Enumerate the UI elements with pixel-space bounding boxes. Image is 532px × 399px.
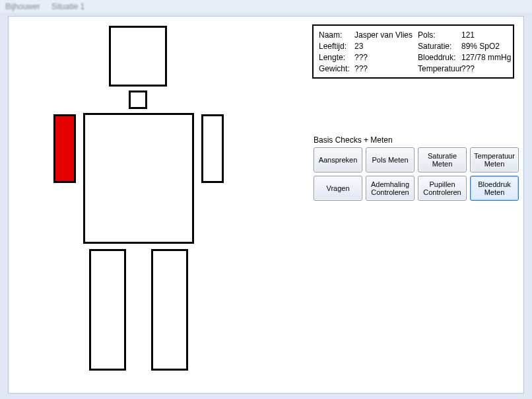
figure-left-leg[interactable] — [151, 249, 188, 371]
label-name: Naam: — [319, 30, 354, 40]
label-weight: Gewicht: — [319, 63, 354, 74]
btn-vragen[interactable]: Vragen — [314, 176, 362, 201]
btn-saturatie-meten[interactable]: Saturatie Meten — [418, 147, 467, 172]
btn-ademhaling-controleren[interactable]: Ademhaling Controleren — [366, 176, 415, 201]
figure-right-leg[interactable] — [89, 249, 126, 371]
value-temperature: ??? — [461, 63, 511, 74]
patient-info-panel: Naam: Jasper van Vlies Pols: 121 Leeftij… — [312, 24, 514, 79]
value-name: Jasper van Vlies — [354, 30, 418, 40]
btn-pols-meten[interactable]: Pols Meten — [366, 147, 415, 172]
action-button-grid: Aanspreken Pols Meten Saturatie Meten Te… — [314, 147, 519, 201]
value-saturation: 89% SpO2 — [461, 41, 511, 52]
value-bloodpressure: 127/78 mmHg — [461, 52, 511, 63]
figure-head[interactable] — [109, 26, 167, 87]
value-age: 23 — [354, 41, 418, 52]
btn-pupillen-controleren[interactable]: Pupillen Controleren — [418, 176, 467, 201]
btn-aanspreken[interactable]: Aanspreken — [314, 147, 362, 172]
figure-neck[interactable] — [129, 91, 147, 109]
label-pulse: Pols: — [418, 30, 461, 40]
menu-item-2[interactable]: Situatie 1 — [51, 2, 84, 11]
label-height: Lengte: — [319, 52, 354, 63]
value-pulse: 121 — [461, 30, 511, 40]
menubar: Bijhouwer Situatie 1 — [0, 0, 532, 14]
value-weight: ??? — [354, 63, 418, 74]
label-saturation: Saturatie: — [418, 41, 461, 52]
label-temperature: Temperatuur — [418, 63, 461, 74]
btn-bloeddruk-meten[interactable]: Bloeddruk Meten — [470, 176, 519, 201]
action-group-label: Basis Checks + Meten — [314, 135, 393, 145]
value-height: ??? — [354, 52, 418, 63]
menu-item-1[interactable]: Bijhouwer — [5, 2, 40, 11]
main-canvas: Naam: Jasper van Vlies Pols: 121 Leeftij… — [8, 16, 524, 394]
label-age: Leeftijd: — [319, 41, 354, 52]
btn-temperatuur-meten[interactable]: Temperatuur Meten — [470, 147, 519, 172]
figure-left-upper-arm[interactable] — [201, 114, 224, 183]
label-bloodpressure: Bloeddruk: — [418, 52, 461, 63]
figure-right-upper-arm[interactable] — [53, 114, 76, 183]
figure-torso[interactable] — [83, 113, 194, 244]
